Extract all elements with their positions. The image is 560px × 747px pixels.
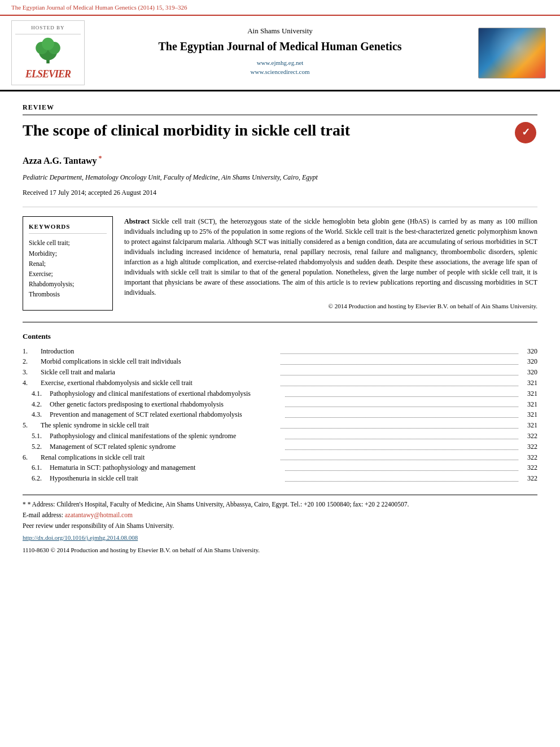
footnote-email-line: E-mail address: azatantawy@hotmail.com bbox=[23, 510, 537, 519]
journal-full-title: The Egyptian Journal of Medical Human Ge… bbox=[90, 38, 470, 54]
toc-text: Exercise, exertional rhabdomyolysis and … bbox=[41, 378, 278, 388]
abstract-text: Abstract Sickle cell trait (SCT), the he… bbox=[124, 216, 537, 298]
toc-num: 4. bbox=[23, 378, 41, 388]
toc-text: Management of SCT related splenic syndro… bbox=[50, 442, 283, 452]
toc-page: 321 bbox=[520, 389, 537, 399]
title-row: The scope of clinical morbidity in sickl… bbox=[23, 121, 537, 145]
toc-text: Sickle cell trait and malaria bbox=[41, 368, 278, 377]
toc-row: 1.Introduction320 bbox=[23, 347, 537, 356]
toc-dots bbox=[285, 400, 518, 408]
toc-row: 3.Sickle cell trait and malaria320 bbox=[23, 368, 537, 377]
toc-num: 5.1. bbox=[23, 431, 50, 441]
keyword-item: Renal; bbox=[29, 259, 107, 268]
article-body: REVIEW The scope of clinical morbidity i… bbox=[0, 91, 560, 566]
toc-text: Other genetic factors predisposing to ex… bbox=[50, 400, 283, 409]
journal-thumbnail-area bbox=[475, 20, 549, 85]
toc-num: 5.2. bbox=[23, 442, 50, 452]
abstract-section: KEYWORDS Sickle cell trait;Morbidity;Ren… bbox=[23, 216, 537, 311]
abstract-box: Abstract Sickle cell trait (SCT), the he… bbox=[124, 216, 537, 311]
toc-dots bbox=[285, 474, 518, 482]
footnote-section: * * Address: Children's Hospital, Facult… bbox=[23, 495, 537, 554]
toc-dots bbox=[281, 453, 518, 461]
crossmark-badge bbox=[514, 121, 537, 145]
keywords-title: KEYWORDS bbox=[29, 222, 107, 234]
toc-row: 5.2.Management of SCT related splenic sy… bbox=[23, 442, 537, 452]
keyword-item: Morbidity; bbox=[29, 249, 107, 258]
toc-text: Hematuria in SCT: pathophysiology and ma… bbox=[50, 463, 283, 473]
toc-num: 4.1. bbox=[23, 389, 50, 399]
toc-dots bbox=[285, 431, 518, 439]
toc-text: Hyposthenuria in sickle cell trait bbox=[50, 474, 283, 483]
table-of-contents: 1.Introduction3202.Morbid complications … bbox=[23, 347, 537, 483]
toc-row: 4.Exercise, exertional rhabdomyolysis an… bbox=[23, 378, 537, 388]
journal-website2[interactable]: www.sciencedirect.com bbox=[90, 68, 470, 76]
toc-text: Introduction bbox=[41, 347, 278, 356]
keywords-list: Sickle cell trait;Morbidity;Renal;Exerci… bbox=[29, 238, 107, 299]
toc-text: Renal complications in sickle cell trait bbox=[41, 453, 278, 462]
toc-row: 6.1.Hematuria in SCT: pathophysiology an… bbox=[23, 463, 537, 473]
toc-num: 4.2. bbox=[23, 400, 50, 409]
toc-page: 322 bbox=[520, 431, 537, 441]
toc-page: 322 bbox=[520, 474, 537, 483]
toc-row: 6.2.Hyposthenuria in sickle cell trait32… bbox=[23, 474, 537, 483]
toc-page: 322 bbox=[520, 442, 537, 452]
keyword-item: Sickle cell trait; bbox=[29, 238, 107, 247]
journal-title-area: Ain Shams University The Egyptian Journa… bbox=[90, 20, 470, 85]
toc-page: 320 bbox=[520, 347, 537, 356]
keyword-item: Exercise; bbox=[29, 269, 107, 278]
hosted-by-label: HOSTED BY bbox=[15, 24, 81, 34]
footnote-address: * * Address: Children's Hospital, Facult… bbox=[23, 500, 537, 509]
section-divider bbox=[23, 322, 537, 322]
toc-num: 6.1. bbox=[23, 463, 50, 473]
journal-citation: The Egyptian Journal of Medical Human Ge… bbox=[11, 4, 187, 11]
toc-num: 3. bbox=[23, 368, 41, 377]
toc-num: 1. bbox=[23, 347, 41, 356]
toc-page: 321 bbox=[520, 378, 537, 388]
toc-text: Morbid complications in sickle cell trai… bbox=[41, 357, 278, 366]
toc-page: 322 bbox=[520, 453, 537, 462]
toc-row: 5.1.Pathophysiology and clinical manifes… bbox=[23, 431, 537, 441]
svg-point-4 bbox=[42, 38, 54, 50]
article-title: The scope of clinical morbidity in sickl… bbox=[23, 121, 505, 140]
journal-website1[interactable]: www.ejmhg.eg.net bbox=[90, 59, 470, 67]
toc-num: 2. bbox=[23, 357, 41, 366]
keyword-item: Thrombosis bbox=[29, 290, 107, 299]
crossmark-icon bbox=[515, 122, 536, 143]
toc-num: 6.2. bbox=[23, 474, 50, 483]
keyword-item: Rhabdomyolysis; bbox=[29, 279, 107, 289]
toc-text: Prevention and management of SCT related… bbox=[50, 410, 283, 420]
toc-text: The splenic syndrome in sickle cell trai… bbox=[41, 421, 278, 430]
journal-link-bar: The Egyptian Journal of Medical Human Ge… bbox=[0, 0, 560, 15]
toc-dots bbox=[285, 410, 518, 418]
journal-header: HOSTED BY ELSEVIER Ain Shams University … bbox=[0, 15, 560, 91]
toc-page: 321 bbox=[520, 421, 537, 430]
toc-page: 321 bbox=[520, 400, 537, 409]
peer-review-note: Peer review under responsibility of Ain … bbox=[23, 521, 537, 530]
toc-page: 320 bbox=[520, 357, 537, 366]
toc-text: Pathophysiology and clinical manifestati… bbox=[50, 431, 283, 441]
toc-page: 322 bbox=[520, 463, 537, 473]
toc-dots bbox=[285, 389, 518, 397]
university-name: Ain Shams University bbox=[90, 26, 470, 36]
toc-dots bbox=[281, 357, 518, 365]
contents-heading: Contents bbox=[23, 331, 537, 342]
email-link[interactable]: azatantawy@hotmail.com bbox=[65, 512, 133, 518]
publisher-logo-area: HOSTED BY ELSEVIER bbox=[11, 20, 85, 85]
toc-num: 5. bbox=[23, 421, 41, 430]
keywords-box: KEYWORDS Sickle cell trait;Morbidity;Ren… bbox=[23, 216, 113, 311]
toc-page: 321 bbox=[520, 410, 537, 420]
toc-page: 320 bbox=[520, 368, 537, 377]
elsevier-wordmark: ELSEVIER bbox=[25, 67, 71, 81]
toc-row: 2.Morbid complications in sickle cell tr… bbox=[23, 357, 537, 366]
abstract-label: Abstract bbox=[124, 217, 150, 225]
elsevier-tree-icon bbox=[25, 37, 71, 65]
toc-text: Pathophysiology and clinical manifestati… bbox=[50, 389, 283, 399]
toc-row: 5.The splenic syndrome in sickle cell tr… bbox=[23, 421, 537, 430]
toc-row: 6.Renal complications in sickle cell tra… bbox=[23, 453, 537, 462]
doi-link[interactable]: http://dx.doi.org/10.1016/j.ejmhg.2014.0… bbox=[23, 534, 537, 542]
toc-num: 6. bbox=[23, 453, 41, 462]
journal-cover-image bbox=[478, 28, 546, 78]
issn-line: 1110-8630 © 2014 Production and hosting … bbox=[23, 546, 537, 554]
author-footnote-ref: * bbox=[97, 154, 102, 162]
toc-dots bbox=[281, 368, 518, 375]
